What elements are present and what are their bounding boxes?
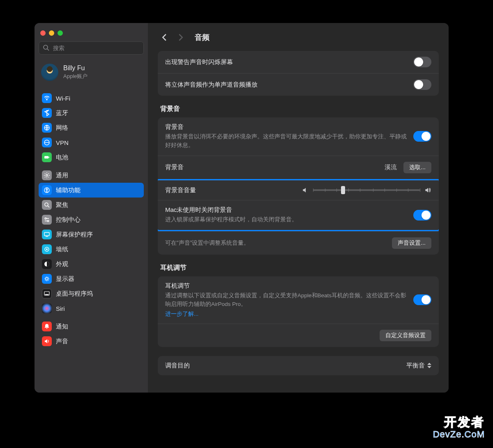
headphone-toggle-row: 耳机调节 通过调整以下设置或自定义音频设置，自定义受支持Apple和Beats耳… — [158, 276, 439, 324]
close-button[interactable] — [40, 30, 46, 36]
sound-settings-button[interactable]: 声音设置... — [392, 237, 431, 249]
forward-button[interactable] — [176, 32, 186, 42]
sound-hint: 可在“声音”设置中调整系统音量。 — [165, 239, 387, 247]
maximize-button[interactable] — [58, 30, 63, 36]
background-volume-label: 背景音音量 — [165, 186, 295, 194]
tuning-card: 调音目的 平衡音 — [158, 356, 439, 375]
search-wrap — [39, 41, 144, 55]
tuning-label: 调音目的 — [165, 362, 400, 370]
flash-screen-label: 出现警告声音时闪烁屏幕 — [165, 58, 407, 66]
headphone-desc: 通过调整以下设置或自定义音频设置，自定义受支持Apple和Beats耳机的音频。… — [165, 292, 407, 309]
wifi-icon — [42, 93, 52, 103]
watermark: 开发者 DevZe.CoM — [433, 414, 485, 440]
minimize-button[interactable] — [49, 30, 54, 36]
tuning-select[interactable]: 平衡音 — [406, 362, 431, 370]
search-icon — [43, 44, 49, 51]
sidebar-item-dock[interactable]: 桌面与程序坞 — [39, 286, 144, 301]
svg-rect-23 — [45, 294, 48, 295]
sidebar-item-spotlight[interactable]: 聚焦 — [39, 198, 144, 212]
sidebar-label: 通用 — [56, 172, 68, 179]
background-sound-select-label: 背景音 — [165, 163, 378, 171]
sidebar-label: VPN — [56, 139, 69, 146]
sidebar-item-network[interactable]: 网络 — [39, 120, 144, 135]
svg-rect-16 — [44, 232, 49, 236]
sidebar-item-wallpaper[interactable]: 墙纸 — [39, 242, 144, 257]
sidebar-item-appearance[interactable]: 外观 — [39, 257, 144, 271]
search-input[interactable] — [39, 41, 144, 55]
background-volume-slider[interactable] — [302, 186, 431, 194]
sidebar-item-battery[interactable]: 电池 — [39, 150, 144, 165]
sidebar-item-accessibility[interactable]: 辅助功能 — [39, 183, 144, 198]
sidebar-label: Wi-Fi — [56, 95, 70, 102]
sidebar: Billy Fu Apple账户 Wi-Fi 蓝牙 网络 VPN — [35, 23, 148, 393]
svg-line-1 — [47, 49, 49, 51]
appearance-icon — [42, 259, 52, 269]
sidebar-item-wifi[interactable]: Wi-Fi — [39, 91, 144, 106]
sidebar-label: 网络 — [56, 124, 68, 132]
page-title: 音频 — [195, 32, 210, 42]
sidebar-item-bluetooth[interactable]: 蓝牙 — [39, 106, 144, 120]
background-sounds-card: 背景音 播放背景音以消弭不必要的环境杂声。这些声音可最大限度地减少干扰，助你更加… — [158, 117, 439, 255]
background-sound-title: 背景音 — [165, 123, 407, 131]
turn-off-when-idle-toggle[interactable] — [413, 210, 431, 221]
sound-settings-row: 可在“声音”设置中调整系统音量。 声音设置... — [158, 231, 439, 255]
account-row[interactable]: Billy Fu Apple账户 — [39, 60, 144, 87]
svg-point-10 — [45, 203, 48, 206]
tuning-value: 平衡音 — [406, 362, 425, 370]
custom-audio-button[interactable]: 自定义音频设置 — [380, 330, 431, 341]
sidebar-item-vpn[interactable]: VPN — [39, 135, 144, 150]
mono-audio-label: 将立体声音频作为单声道音频播放 — [165, 81, 407, 89]
sidebar-label: 电池 — [56, 154, 68, 161]
sidebar-item-control-center[interactable]: 控制中心 — [39, 212, 144, 227]
sidebar-label: 声音 — [56, 338, 68, 345]
headphone-toggle[interactable] — [413, 294, 431, 305]
svg-point-2 — [46, 99, 47, 100]
sidebar-item-siri[interactable]: Siri — [39, 301, 144, 316]
sidebar-item-notifications[interactable]: 通知 — [39, 319, 144, 334]
svg-point-9 — [46, 188, 47, 189]
globe-icon — [42, 123, 52, 133]
flash-screen-toggle[interactable] — [413, 57, 431, 67]
background-sound-select-row: 背景音 溪流 选取... — [158, 156, 439, 179]
background-sound-toggle[interactable] — [413, 131, 431, 142]
mono-audio-toggle[interactable] — [413, 79, 431, 90]
svg-point-21 — [46, 278, 48, 280]
learn-more-link[interactable]: 进一步了解... — [165, 310, 407, 318]
sidebar-label: 墙纸 — [56, 246, 68, 253]
sidebar-item-general[interactable]: 通用 — [39, 168, 144, 183]
flash-screen-row: 出现警告声音时闪烁屏幕 — [158, 51, 439, 73]
sidebar-label: 聚焦 — [56, 201, 68, 209]
volume-low-icon — [302, 186, 309, 194]
svg-point-0 — [44, 45, 48, 49]
tuning-row: 调音目的 平衡音 — [158, 356, 439, 375]
avatar — [41, 64, 58, 81]
back-button[interactable] — [159, 32, 169, 42]
select-sound-button[interactable]: 选取... — [403, 162, 431, 173]
section-background-sounds: 背景音 — [158, 105, 439, 117]
section-headphone: 耳机调节 — [158, 264, 439, 276]
header: 音频 — [148, 23, 449, 48]
svg-rect-5 — [44, 156, 48, 159]
window-controls — [39, 29, 144, 41]
highlighted-region: 背景音音量 Mac未使用时关闭背景音 — [158, 179, 439, 231]
watermark-line1: 开发者 — [433, 414, 485, 431]
svg-rect-6 — [49, 157, 50, 158]
content-scroll[interactable]: 出现警告声音时闪烁屏幕 将立体声音频作为单声道音频播放 背景音 背景音 播放背景… — [148, 48, 449, 393]
svg-line-11 — [48, 206, 49, 207]
vpn-icon — [42, 138, 52, 147]
bell-icon — [42, 322, 52, 331]
sidebar-label: 屏幕保护程序 — [56, 231, 93, 239]
sidebar-item-screensaver[interactable]: 屏幕保护程序 — [39, 227, 144, 242]
sidebar-item-sound[interactable]: 声音 — [39, 334, 144, 349]
turn-off-when-idle-row: Mac未使用时关闭背景音 进入锁屏或屏幕保护程序模式时，自动关闭背景音。 — [158, 200, 439, 230]
sidebar-item-display[interactable]: 显示器 — [39, 271, 144, 286]
account-sub: Apple账户 — [63, 73, 88, 80]
battery-icon — [42, 152, 52, 162]
sidebar-label: 控制中心 — [56, 216, 81, 224]
svg-point-7 — [46, 175, 48, 176]
control-center-icon — [42, 215, 52, 225]
alerts-card: 出现警告声音时闪烁屏幕 将立体声音频作为单声道音频播放 — [158, 51, 439, 96]
headphone-card: 耳机调节 通过调整以下设置或自定义音频设置，自定义受支持Apple和Beats耳… — [158, 276, 439, 347]
sidebar-label: Siri — [56, 305, 65, 312]
watermark-line2: DevZe.CoM — [433, 429, 485, 440]
